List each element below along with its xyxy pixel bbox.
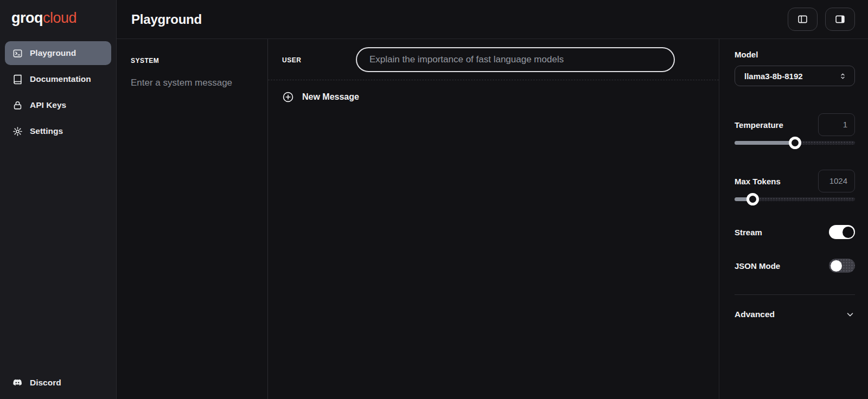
page-title: Playground (131, 12, 202, 27)
sidebar-item-label: Documentation (30, 74, 91, 84)
json-mode-label: JSON Mode (735, 261, 780, 271)
max-tokens-slider-handle[interactable] (746, 193, 759, 205)
book-icon (12, 74, 23, 85)
panel-left-icon (797, 14, 808, 25)
settings-panel: Model llama3-8b-8192 Temperature 1 Max (719, 39, 868, 399)
toggle-left-panel-button[interactable] (788, 8, 818, 31)
sidebar-item-documentation[interactable]: Documentation (5, 67, 111, 91)
chat-panel: USER New Message (268, 39, 719, 399)
stream-row: Stream (735, 225, 855, 239)
sidebar-item-label: Settings (30, 126, 63, 136)
json-mode-toggle-knob (831, 260, 842, 272)
logo-groq-text: groq (11, 10, 43, 26)
sidebar-item-label: API Keys (30, 100, 66, 110)
system-label: SYSTEM (131, 57, 253, 65)
user-message-input[interactable] (356, 47, 675, 72)
panel-right-icon (834, 14, 846, 25)
advanced-section-toggle[interactable]: Advanced (735, 310, 855, 319)
temperature-slider[interactable] (735, 141, 855, 145)
chevron-up-down-icon (838, 72, 847, 81)
gear-icon (12, 126, 23, 137)
stream-label: Stream (735, 228, 762, 237)
json-mode-toggle[interactable] (829, 259, 855, 273)
groqcloud-logo[interactable]: groqcloud (0, 0, 116, 27)
model-label: Model (735, 50, 855, 59)
model-select-value: llama3-8b-8192 (744, 72, 803, 81)
user-label: USER (282, 56, 301, 64)
toggle-right-panel-button[interactable] (825, 8, 855, 31)
page-header: Playground (117, 0, 868, 39)
terminal-icon (12, 48, 23, 59)
sidebar-nav: Playground Documentation API Keys Settin… (0, 41, 116, 143)
sidebar-item-api-keys[interactable]: API Keys (5, 93, 111, 117)
system-panel: SYSTEM Enter a system message (117, 39, 268, 399)
json-mode-row: JSON Mode (735, 259, 855, 273)
temperature-slider-fill (735, 141, 795, 145)
system-message-input[interactable]: Enter a system message (131, 78, 253, 88)
sidebar: groqcloud Playground Documentation API K… (0, 0, 117, 399)
groq-playground-app: groqcloud Playground Documentation API K… (0, 0, 868, 399)
max-tokens-label: Max Tokens (735, 177, 781, 186)
temperature-slider-handle[interactable] (789, 137, 801, 149)
sidebar-item-playground[interactable]: Playground (5, 41, 111, 65)
user-message-row: USER (268, 39, 719, 80)
model-select[interactable]: llama3-8b-8192 (735, 66, 855, 86)
panel-divider (735, 294, 855, 295)
discord-label: Discord (30, 378, 61, 388)
advanced-label: Advanced (735, 310, 775, 319)
stream-toggle-knob (843, 227, 854, 238)
sidebar-footer: Discord (0, 373, 116, 399)
logo-cloud-text: cloud (43, 10, 76, 26)
sidebar-item-discord[interactable]: Discord (5, 373, 111, 392)
sidebar-item-settings[interactable]: Settings (5, 119, 111, 143)
temperature-row: Temperature 1 (735, 113, 855, 136)
stream-toggle[interactable] (829, 225, 855, 239)
new-message-button[interactable]: New Message (268, 91, 359, 103)
max-tokens-value-input[interactable]: 1024 (818, 170, 855, 192)
header-actions (788, 8, 855, 31)
plus-circle-icon (282, 91, 294, 103)
temperature-label: Temperature (735, 120, 783, 130)
main-area: Playground SYSTEM Enter a system messa (117, 0, 868, 399)
chevron-down-icon (845, 310, 855, 319)
lock-icon (12, 100, 23, 111)
temperature-value-input[interactable]: 1 (818, 113, 855, 136)
discord-icon (12, 377, 23, 388)
sidebar-item-label: Playground (30, 48, 76, 58)
new-message-label: New Message (302, 92, 359, 102)
content-body: SYSTEM Enter a system message USER New M… (117, 39, 868, 399)
max-tokens-slider[interactable] (735, 197, 855, 201)
max-tokens-row: Max Tokens 1024 (735, 170, 855, 192)
